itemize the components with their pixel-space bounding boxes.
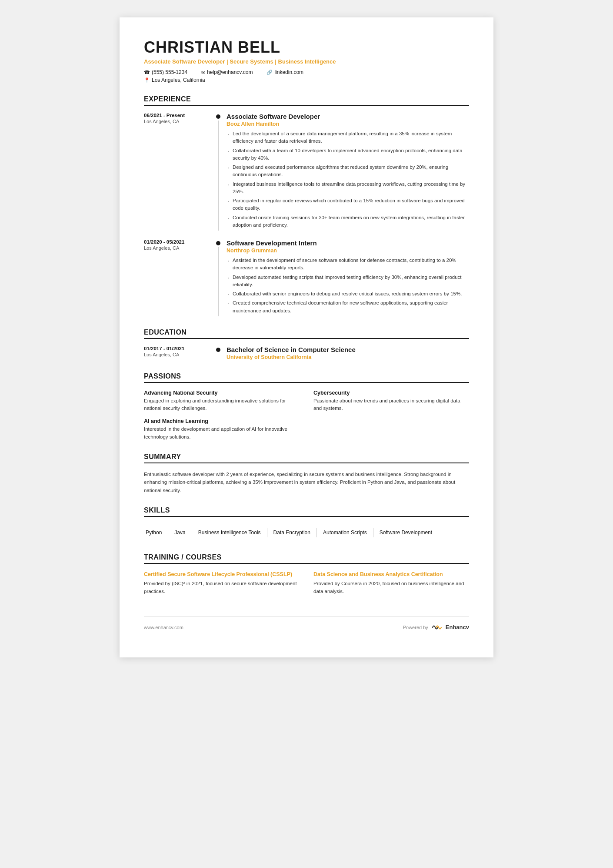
entry-2-content: Software Development Intern Northrop Gru… <box>225 239 469 316</box>
bullet-item: Participated in regular code reviews whi… <box>227 197 469 212</box>
edu-content: Bachelor of Science in Computer Science … <box>225 346 469 360</box>
candidate-title: Associate Software Developer | Secure Sy… <box>144 58 469 65</box>
experience-entry-1: 06/2021 - Present Los Angeles, CA Associ… <box>144 113 469 231</box>
summary-text: Enthusiastic software developer with 2 y… <box>144 470 469 494</box>
entry-2-line <box>218 247 219 316</box>
bullet-item: Collaborated with senior engineers to de… <box>227 290 469 298</box>
bullet-item: Collaborated with a team of 10 developer… <box>227 147 469 162</box>
link-icon <box>267 70 273 75</box>
bullet-item: Led the development of a secure data man… <box>227 130 469 145</box>
entry-2-bullets: Assisted in the development of secure so… <box>227 257 469 315</box>
education-heading: EDUCATION <box>144 328 469 339</box>
entry-1-date: 06/2021 - Present <box>144 113 208 118</box>
footer-powered: Powered by Enhancv <box>403 623 469 631</box>
passion-item-2: Cybersecurity Passionate about new trend… <box>313 390 469 412</box>
bullet-item: Conducted onsite training sessions for 3… <box>227 214 469 229</box>
edu-date: 01/2017 - 01/2021 <box>144 346 208 351</box>
passion-item-1: Advancing National Security Engaged in e… <box>144 390 300 412</box>
skills-section: SKILLS Python Java Business Intelligence… <box>144 506 469 541</box>
entry-1-line <box>218 121 219 231</box>
phone-icon <box>144 70 150 75</box>
passion-2-desc: Passionate about new trends and practice… <box>313 397 469 412</box>
location-row: Los Angeles, California <box>144 77 469 83</box>
training-heading: TRAINING / COURSES <box>144 553 469 564</box>
phone-contact: (555) 555-1234 <box>144 69 187 75</box>
edu-dot <box>216 348 220 352</box>
training-2-title: Data Science and Business Analytics Cert… <box>313 571 469 579</box>
skill-python: Python <box>144 528 168 537</box>
experience-entry-2: 01/2020 - 05/2021 Los Angeles, CA Softwa… <box>144 239 469 316</box>
entry-2-left: 01/2020 - 05/2021 Los Angeles, CA <box>144 239 213 316</box>
email-icon <box>201 70 205 75</box>
training-item-2: Data Science and Business Analytics Cert… <box>313 571 469 595</box>
entry-1-company: Booz Allen Hamilton <box>227 121 469 127</box>
passion-1-title: Advancing National Security <box>144 390 300 396</box>
education-entry-1: 01/2017 - 01/2021 Los Angeles, CA Bachel… <box>144 346 469 360</box>
bullet-item: Designed and executed performance algori… <box>227 164 469 179</box>
training-1-desc: Provided by (ISC)² in 2021, focused on s… <box>144 580 300 595</box>
skills-heading: SKILLS <box>144 506 469 517</box>
summary-section: SUMMARY Enthusiastic software developer … <box>144 453 469 494</box>
footer-url: www.enhancv.com <box>144 625 183 630</box>
entry-1-location: Los Angeles, CA <box>144 119 208 124</box>
bullet-item: Assisted in the development of secure so… <box>227 257 469 272</box>
entry-2-dot <box>216 241 220 245</box>
edu-location: Los Angeles, CA <box>144 352 208 357</box>
edu-degree: Bachelor of Science in Computer Science <box>227 346 469 353</box>
summary-heading: SUMMARY <box>144 453 469 463</box>
enhancv-logo-icon <box>431 623 443 631</box>
training-grid: Certified Secure Software Lifecycle Prof… <box>144 571 469 595</box>
resume-footer: www.enhancv.com Powered by Enhancv <box>144 616 469 631</box>
entry-1-left: 06/2021 - Present Los Angeles, CA <box>144 113 213 231</box>
passion-2-title: Cybersecurity <box>313 390 469 396</box>
education-section: EDUCATION 01/2017 - 01/2021 Los Angeles,… <box>144 328 469 360</box>
bullet-item: Integrated business intelligence tools t… <box>227 181 469 196</box>
skill-automation: Automation Scripts <box>317 528 373 537</box>
passion-item-3: AI and Machine Learning Interested in th… <box>144 418 300 441</box>
powered-by-text: Powered by <box>403 625 428 630</box>
passions-grid: Advancing National Security Engaged in e… <box>144 390 469 441</box>
skill-java: Java <box>168 528 192 537</box>
entry-1-content: Associate Software Developer Booz Allen … <box>225 113 469 231</box>
entry-1-role: Associate Software Developer <box>227 113 469 120</box>
entry-2-date: 01/2020 - 05/2021 <box>144 239 208 245</box>
skill-software-dev: Software Development <box>373 528 438 537</box>
training-2-desc: Provided by Coursera in 2020, focused on… <box>313 580 469 595</box>
entry-2-divider <box>213 239 225 316</box>
training-item-1: Certified Secure Software Lifecycle Prof… <box>144 571 300 595</box>
email-contact: help@enhancv.com <box>201 69 253 75</box>
bullet-item: Created comprehensive technical document… <box>227 299 469 315</box>
skill-data-encryption: Data Encryption <box>267 528 317 537</box>
entry-2-company: Northrop Grumman <box>227 248 469 254</box>
passions-heading: PASSIONS <box>144 372 469 383</box>
passions-section: PASSIONS Advancing National Security Eng… <box>144 372 469 441</box>
entry-1-divider <box>213 113 225 231</box>
linkedin-contact: linkedin.com <box>267 69 303 75</box>
entry-2-location: Los Angeles, CA <box>144 245 208 251</box>
passion-1-desc: Engaged in exploring and understanding i… <box>144 397 300 412</box>
header: CHRISTIAN BELL Associate Software Develo… <box>144 38 469 83</box>
edu-left: 01/2017 - 01/2021 Los Angeles, CA <box>144 346 213 360</box>
brand-name: Enhancv <box>446 624 469 630</box>
passion-3-title: AI and Machine Learning <box>144 418 300 424</box>
experience-heading: EXPERIENCE <box>144 95 469 106</box>
edu-divider <box>213 346 225 360</box>
resume-page: CHRISTIAN BELL Associate Software Develo… <box>120 17 493 657</box>
training-1-title: Certified Secure Software Lifecycle Prof… <box>144 571 300 579</box>
entry-1-dot <box>216 114 220 119</box>
passion-3-desc: Interested in the development and applic… <box>144 426 300 441</box>
entry-1-bullets: Led the development of a secure data man… <box>227 130 469 229</box>
training-section: TRAINING / COURSES Certified Secure Soft… <box>144 553 469 595</box>
entry-2-role: Software Development Intern <box>227 239 469 247</box>
contact-row: (555) 555-1234 help@enhancv.com linkedin… <box>144 69 469 75</box>
bullet-item: Developed automated testing scripts that… <box>227 274 469 289</box>
experience-section: EXPERIENCE 06/2021 - Present Los Angeles… <box>144 95 469 316</box>
skill-bi-tools: Business Intelligence Tools <box>192 528 267 537</box>
edu-school: University of Southern California <box>227 354 469 360</box>
location-icon <box>144 77 150 83</box>
candidate-name: CHRISTIAN BELL <box>144 38 469 57</box>
skills-row: Python Java Business Intelligence Tools … <box>144 524 469 541</box>
